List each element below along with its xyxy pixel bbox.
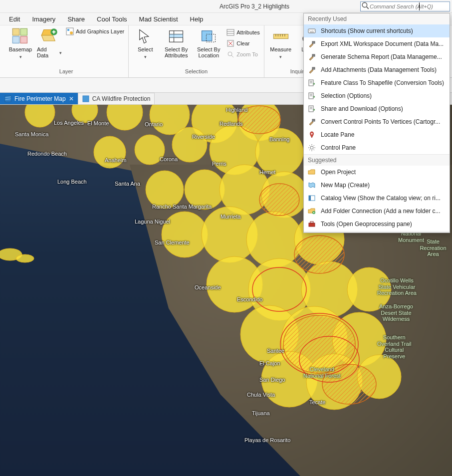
- basemap-label: Basemap: [9, 46, 32, 52]
- city-label: Chula Vista: [247, 392, 275, 398]
- clear-button[interactable]: Clear: [226, 38, 259, 48]
- select-by-location-button[interactable]: Select By Location: [195, 27, 223, 58]
- zoom-to-label: Zoom To: [236, 51, 258, 57]
- city-label: Laguna Niguel: [135, 219, 170, 225]
- pin-icon: [308, 131, 316, 139]
- region-label: ClevelandNational Forest: [303, 366, 341, 379]
- city-label: Tijuana: [252, 410, 270, 416]
- tab-ca-wildfire-protection[interactable]: CA Wildfire Protection: [78, 93, 155, 104]
- add-graphics-layer-button[interactable]: Add Graphics Layer: [66, 27, 124, 35]
- chevron-down-icon: [59, 49, 62, 55]
- dropdown-item[interactable]: New Map (Create): [304, 179, 450, 192]
- dropdown-item[interactable]: Catalog View (Show the Catalog view; on …: [304, 192, 450, 205]
- svg-rect-115: [309, 223, 315, 227]
- tab-fire-perimeter-map[interactable]: Fire Perimeter Map ✕: [0, 93, 78, 104]
- ruler-icon: [272, 27, 290, 45]
- svg-point-103: [310, 146, 313, 149]
- attributes-label: Attributes: [236, 29, 259, 35]
- dropdown-item[interactable]: Add Attachments (Data Management Tools): [304, 63, 450, 76]
- svg-rect-5: [20, 36, 27, 43]
- svg-rect-10: [67, 29, 69, 31]
- title-bar: ArcGIS Pro 3_2 Highlights: [0, 0, 452, 13]
- dropdown-item-label: Control Pane: [321, 144, 446, 151]
- text-caret: [419, 2, 420, 10]
- tab-label: Fire Perimeter Map: [14, 95, 66, 102]
- region-label: SouthernOverland TrailCulturalPreserve: [377, 334, 411, 360]
- dropdown-item-label: Generate Schema Report (Data Manageme...: [321, 53, 446, 60]
- menu-mad-scientist[interactable]: Mad Scientist: [139, 15, 178, 23]
- svg-rect-89: [312, 41, 315, 43]
- dropdown-item[interactable]: Add Folder Connection (Add a new folder …: [304, 205, 450, 218]
- dropdown-item[interactable]: Generate Schema Report (Data Manageme...: [304, 50, 450, 63]
- hammer-icon: [308, 118, 316, 126]
- city-label: Redondo Beach: [27, 151, 67, 157]
- svg-line-110: [309, 150, 310, 150]
- region-label: Anza-BorregoDesert StateWilderness: [379, 303, 413, 322]
- city-label: Rancho Santa Margarita: [152, 204, 212, 210]
- svg-rect-113: [309, 196, 311, 201]
- folder-open-icon: [308, 168, 316, 176]
- command-search[interactable]: [360, 1, 450, 11]
- dropdown-item[interactable]: Feature Class To Shapefile (Conversion T…: [304, 76, 450, 89]
- toolbox-icon: [308, 220, 316, 228]
- svg-rect-91: [312, 67, 315, 69]
- command-search-dropdown: Recently UsedShortcuts (Show current sho…: [303, 13, 450, 233]
- map-icon: [82, 95, 89, 102]
- svg-rect-116: [310, 222, 313, 223]
- svg-marker-7: [41, 35, 55, 41]
- city-label: Long Beach: [57, 179, 87, 185]
- add-data-button[interactable]: Add Data: [37, 27, 62, 58]
- menu-edit[interactable]: Edit: [9, 15, 20, 23]
- dropdown-item[interactable]: Open Project: [304, 166, 450, 179]
- svg-rect-83: [308, 29, 315, 33]
- svg-point-102: [311, 133, 312, 134]
- city-label: Banning: [269, 136, 289, 142]
- select-button[interactable]: Select: [133, 27, 158, 59]
- select-by-attributes-button[interactable]: Select By Attributes: [162, 27, 191, 58]
- clear-icon: [226, 39, 234, 47]
- basemap-button[interactable]: Basemap: [8, 27, 33, 59]
- svg-point-0: [362, 2, 367, 7]
- dropdown-item[interactable]: Export XML Workspace Document (Data Ma..…: [304, 37, 450, 50]
- zoom-to-button[interactable]: Zoom To: [226, 49, 259, 59]
- city-label: Playas de Rosarito: [244, 437, 290, 443]
- dropdown-item[interactable]: Convert Control Points To Vertices (Cart…: [304, 115, 450, 128]
- dropdown-item[interactable]: Locate Pane: [304, 128, 450, 141]
- tab-label: CA Wildfire Protection: [92, 95, 151, 102]
- measure-button[interactable]: Measure: [268, 27, 293, 59]
- city-label: Perris: [212, 161, 226, 167]
- select-by-location-icon: [200, 27, 218, 45]
- menu-cool-tools[interactable]: Cool Tools: [97, 15, 127, 23]
- city-label: San Diego: [259, 377, 285, 383]
- dropdown-item[interactable]: Selection (Options): [304, 89, 450, 102]
- search-icon: [361, 1, 370, 11]
- dropdown-item[interactable]: Share and Download (Options): [304, 102, 450, 115]
- ribbon-group-layer: Basemap Add Data Add Graphics Layer Laye…: [0, 25, 129, 77]
- select-by-attributes-label: Select By Attributes: [162, 46, 191, 58]
- dropdown-item-label: Selection (Options): [321, 92, 446, 99]
- city-label: Highland: [226, 107, 247, 113]
- city-label: Corona: [160, 156, 178, 162]
- menu-share[interactable]: Share: [67, 15, 85, 23]
- svg-line-108: [309, 145, 310, 146]
- close-icon[interactable]: ✕: [69, 95, 74, 102]
- menu-imagery[interactable]: Imagery: [32, 15, 55, 23]
- hammer-icon: [308, 40, 316, 48]
- catalog-icon: [308, 194, 316, 202]
- menu-help[interactable]: Help: [190, 15, 204, 23]
- svg-rect-90: [312, 54, 315, 56]
- add-data-label: Add Data: [37, 46, 58, 58]
- cursor-icon: [136, 27, 154, 45]
- page-go-icon: [308, 79, 316, 87]
- dropdown-item[interactable]: Shortcuts (Show current shortcuts): [304, 24, 450, 37]
- svg-line-26: [231, 55, 233, 57]
- city-label: Redlands: [220, 121, 242, 127]
- dropdown-item[interactable]: Tools (Open Geoprocessing pane): [304, 218, 450, 231]
- page-go-icon: [308, 92, 316, 100]
- attributes-button[interactable]: Attributes: [226, 27, 259, 37]
- dropdown-item[interactable]: Control Pane: [304, 141, 450, 154]
- command-search-input[interactable]: [370, 2, 450, 11]
- city-label: Santa Monica: [15, 131, 48, 137]
- svg-rect-3: [20, 28, 27, 35]
- svg-rect-4: [12, 36, 19, 43]
